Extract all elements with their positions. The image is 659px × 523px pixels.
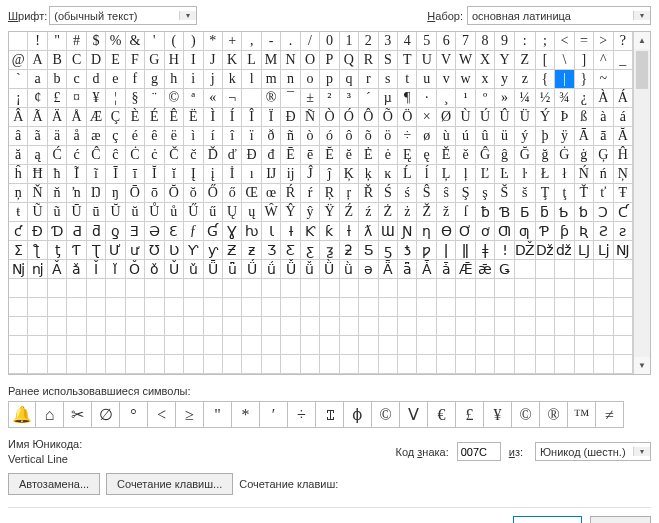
- character-cell[interactable]: Ł: [536, 165, 555, 184]
- character-cell[interactable]: Į: [184, 165, 203, 184]
- recent-character-cell[interactable]: *: [231, 401, 260, 428]
- character-cell[interactable]: y: [495, 70, 514, 89]
- character-cell[interactable]: Ŷ: [281, 203, 300, 222]
- character-cell[interactable]: Ń: [575, 165, 594, 184]
- character-cell[interactable]: ƛ: [359, 222, 378, 241]
- character-cell[interactable]: [495, 355, 514, 374]
- character-cell[interactable]: Ü: [515, 108, 536, 127]
- recent-character-cell[interactable]: °: [119, 401, 148, 428]
- character-cell[interactable]: O: [301, 51, 320, 70]
- scroll-thumb[interactable]: [636, 51, 648, 89]
- recent-character-cell[interactable]: ✂: [63, 401, 92, 428]
- character-cell[interactable]: [575, 260, 594, 279]
- character-cell[interactable]: [184, 317, 203, 336]
- character-cell[interactable]: Ǐ: [87, 260, 106, 279]
- character-cell[interactable]: ě: [456, 146, 475, 165]
- character-cell[interactable]: 7: [456, 32, 475, 51]
- character-cell[interactable]: [398, 279, 417, 298]
- character-cell[interactable]: [165, 298, 184, 317]
- character-cell[interactable]: ƣ: [515, 222, 536, 241]
- character-cell[interactable]: Ţ: [536, 184, 555, 203]
- character-cell[interactable]: [320, 317, 339, 336]
- character-cell[interactable]: ¹: [456, 89, 475, 108]
- character-cell[interactable]: ·: [417, 89, 436, 108]
- shortcut-button[interactable]: Сочетание клавиш...: [106, 473, 233, 495]
- character-cell[interactable]: I: [184, 51, 203, 70]
- recent-character-cell[interactable]: ⌂: [35, 401, 64, 428]
- recent-character-cell[interactable]: ©: [371, 401, 400, 428]
- grid-scrollbar[interactable]: ▲ ▼: [633, 32, 650, 374]
- character-cell[interactable]: [184, 298, 203, 317]
- set-select[interactable]: основная латиница ▾: [467, 6, 651, 25]
- character-cell[interactable]: 4: [398, 32, 417, 51]
- character-cell[interactable]: [594, 317, 613, 336]
- character-cell[interactable]: [301, 298, 320, 317]
- character-cell[interactable]: u: [417, 70, 436, 89]
- character-cell[interactable]: [242, 336, 261, 355]
- character-cell[interactable]: Ĩ: [67, 165, 86, 184]
- character-cell[interactable]: Ş: [456, 184, 475, 203]
- character-cell[interactable]: ƴ: [204, 241, 223, 260]
- character-cell[interactable]: [536, 298, 555, 317]
- character-cell[interactable]: [456, 279, 475, 298]
- character-cell[interactable]: Æ: [87, 108, 106, 127]
- character-cell[interactable]: Ť: [575, 184, 594, 203]
- character-cell[interactable]: ǒ: [145, 260, 164, 279]
- character-cell[interactable]: [242, 298, 261, 317]
- recent-character-cell[interactable]: ÷: [287, 401, 316, 428]
- character-cell[interactable]: ĭ: [165, 165, 184, 184]
- character-cell[interactable]: [437, 317, 456, 336]
- character-cell[interactable]: p: [320, 70, 339, 89]
- character-cell[interactable]: g: [145, 70, 164, 89]
- character-cell[interactable]: P: [320, 51, 339, 70]
- character-cell[interactable]: Ò: [320, 108, 339, 127]
- character-cell[interactable]: ĺ: [417, 165, 436, 184]
- character-cell[interactable]: ×: [417, 108, 436, 127]
- character-cell[interactable]: Ĉ: [87, 146, 106, 165]
- character-cell[interactable]: i: [184, 70, 203, 89]
- character-cell[interactable]: ĩ: [87, 165, 106, 184]
- character-cell[interactable]: ±: [301, 89, 320, 108]
- character-cell[interactable]: Õ: [379, 108, 398, 127]
- character-cell[interactable]: ġ: [575, 146, 594, 165]
- character-cell[interactable]: H: [165, 51, 184, 70]
- character-cell[interactable]: Ľ: [476, 165, 495, 184]
- character-cell[interactable]: â: [9, 127, 28, 146]
- character-cell[interactable]: Ř: [359, 184, 378, 203]
- character-cell[interactable]: Ư: [106, 241, 125, 260]
- character-cell[interactable]: Č: [165, 146, 184, 165]
- character-cell[interactable]: [437, 298, 456, 317]
- character-cell[interactable]: Ē: [281, 146, 300, 165]
- character-cell[interactable]: >: [594, 32, 613, 51]
- character-cell[interactable]: Ċ: [126, 146, 145, 165]
- character-cell[interactable]: ā: [594, 127, 613, 146]
- character-cell[interactable]: č: [184, 146, 203, 165]
- autocorrect-button[interactable]: Автозамена...: [8, 473, 100, 495]
- character-cell[interactable]: Ũ: [28, 203, 47, 222]
- character-cell[interactable]: ĕ: [340, 146, 359, 165]
- character-cell[interactable]: ŝ: [437, 184, 456, 203]
- character-cell[interactable]: [9, 32, 28, 51]
- character-cell[interactable]: Á: [614, 89, 633, 108]
- character-cell[interactable]: ǂ: [476, 241, 495, 260]
- character-cell[interactable]: ¯: [281, 89, 300, 108]
- character-cell[interactable]: L: [242, 51, 261, 70]
- character-cell[interactable]: Ū: [67, 203, 86, 222]
- recent-character-cell[interactable]: €: [427, 401, 456, 428]
- character-cell[interactable]: Đ: [242, 146, 261, 165]
- character-cell[interactable]: [398, 355, 417, 374]
- character-cell[interactable]: =: [575, 32, 594, 51]
- character-cell[interactable]: [515, 279, 536, 298]
- character-cell[interactable]: [204, 317, 223, 336]
- character-cell[interactable]: Ƽ: [359, 241, 378, 260]
- character-cell[interactable]: [437, 355, 456, 374]
- character-cell[interactable]: Ʃ: [9, 241, 28, 260]
- character-cell[interactable]: [223, 279, 242, 298]
- character-cell[interactable]: [223, 336, 242, 355]
- character-cell[interactable]: Y: [495, 51, 514, 70]
- character-cell[interactable]: Ð: [281, 108, 300, 127]
- character-cell[interactable]: [9, 317, 28, 336]
- character-cell[interactable]: ÿ: [555, 127, 574, 146]
- character-cell[interactable]: [106, 317, 125, 336]
- character-cell[interactable]: [614, 70, 633, 89]
